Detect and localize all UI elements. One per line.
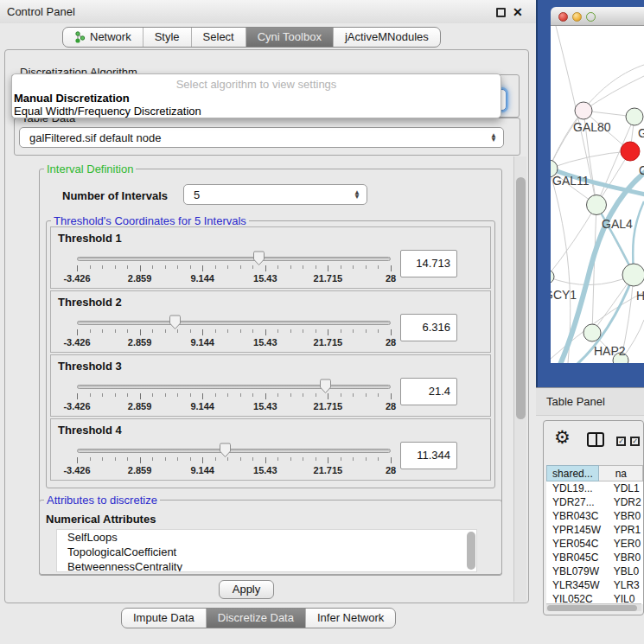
number-of-intervals-combobox[interactable]: 5 ▲▼ bbox=[183, 184, 367, 205]
table-panel-toolbar: ⚙ ✓ ✓ bbox=[544, 421, 643, 464]
node-top-right[interactable] bbox=[626, 108, 643, 125]
panel-vscrollbar[interactable] bbox=[513, 156, 526, 602]
panel-vscrollbar-thumb[interactable] bbox=[516, 177, 526, 419]
slider-thumb[interactable] bbox=[319, 379, 332, 394]
slider-track[interactable] bbox=[77, 257, 391, 261]
list-item-selfloops[interactable]: SelfLoops bbox=[57, 530, 476, 545]
tick-label: 21.715 bbox=[314, 465, 343, 475]
tab-jactivemnodules[interactable]: jActiveMNodules bbox=[333, 28, 440, 47]
float-window-icon[interactable] bbox=[496, 8, 506, 17]
threshold-1-slider[interactable]: -3.426 2.859 9.144 15.43 21.715 28 bbox=[77, 251, 391, 285]
slider-track[interactable] bbox=[77, 321, 391, 325]
dropdown-option-manual[interactable]: Manual Discretization bbox=[14, 92, 130, 105]
network-canvas[interactable]: GAL80 G C GAL11 GAL4 GCY1 H HAP2 bbox=[551, 26, 644, 363]
table-row[interactable]: YER054CYER0 bbox=[546, 537, 643, 551]
tick-label: 21.715 bbox=[314, 273, 343, 284]
threshold-3-slider[interactable]: -3.426 2.859 9.144 15.43 21.715 28 bbox=[77, 379, 391, 413]
tab-infer-network[interactable]: Infer Network bbox=[305, 609, 395, 628]
tab-cyni-toolbox[interactable]: Cyni Toolbox bbox=[245, 28, 333, 47]
close-icon[interactable]: ✕ bbox=[513, 3, 523, 21]
table-row[interactable]: YBR045CYBR0 bbox=[546, 551, 643, 564]
table-row[interactable]: YDL19...YDL1 bbox=[546, 481, 643, 495]
zoom-traffic-light-icon[interactable] bbox=[586, 12, 596, 22]
node-label-hap2: HAP2 bbox=[594, 344, 626, 358]
attributes-group-title: Attributes to discretize bbox=[44, 494, 160, 507]
node-gal4[interactable] bbox=[587, 195, 607, 215]
table-data-combobox[interactable]: galFiltered.sif default node ▲▼ bbox=[19, 127, 504, 148]
node-hap2[interactable] bbox=[583, 324, 601, 341]
node-gal80[interactable] bbox=[575, 102, 592, 119]
list-item-betweennesscentrality[interactable]: BetweennessCentrality bbox=[57, 559, 476, 572]
table-hscrollbar-thumb[interactable] bbox=[547, 605, 637, 611]
threshold-3-label: Threshold 3 bbox=[58, 360, 122, 373]
column-header-shared-name[interactable]: shared... bbox=[546, 465, 599, 481]
slider-thumb[interactable] bbox=[252, 251, 265, 266]
table-row[interactable]: YBR043CYBR0 bbox=[546, 509, 643, 523]
threshold-4-value-field[interactable]: 11.344 bbox=[400, 442, 457, 469]
tab-select[interactable]: Select bbox=[191, 28, 245, 47]
threshold-coords-title: Threshold's Coordinates for 5 Intervals bbox=[51, 214, 249, 227]
tab-style[interactable]: Style bbox=[143, 28, 191, 47]
checkbox-icon[interactable]: ✓ bbox=[616, 437, 626, 446]
dropdown-option-equal-width[interactable]: Equal Width/Frequency Discretization bbox=[14, 105, 201, 118]
combo-arrows-icon: ▲▼ bbox=[488, 130, 499, 145]
node-label-gal4: GAL4 bbox=[602, 217, 633, 231]
tick-label: 28 bbox=[386, 337, 396, 348]
threshold-1-value-field[interactable]: 14.713 bbox=[400, 250, 457, 277]
table-row[interactable]: YPR145WYPR1 bbox=[546, 523, 643, 537]
node-label-partial-c: C bbox=[639, 163, 644, 177]
network-view-window: GAL80 G C GAL11 GAL4 GCY1 H HAP2 bbox=[551, 7, 644, 372]
tick-label: 2.859 bbox=[128, 337, 152, 348]
threshold-2-value-field[interactable]: 6.316 bbox=[400, 314, 457, 341]
apply-button[interactable]: Apply bbox=[219, 580, 274, 599]
table-hscrollbar[interactable] bbox=[546, 603, 641, 611]
split-columns-icon[interactable] bbox=[587, 432, 604, 447]
node-h[interactable] bbox=[622, 264, 644, 286]
threshold-4-slider[interactable]: -3.426 2.859 9.144 15.43 21.715 28 bbox=[77, 443, 391, 477]
tick-label: 15.43 bbox=[253, 401, 277, 411]
interval-definition-title: Interval Definition bbox=[44, 163, 136, 175]
network-icon bbox=[74, 31, 86, 43]
list-item-topologicalcoefficient[interactable]: TopologicalCoefficient bbox=[57, 545, 476, 559]
node-gcy1[interactable] bbox=[551, 270, 554, 284]
node-label-partial-g: G bbox=[638, 126, 644, 140]
node-label-gcy1: GCY1 bbox=[551, 288, 577, 302]
number-of-intervals-label: Number of Intervals bbox=[62, 189, 168, 202]
table-header-row: shared... na bbox=[546, 465, 643, 481]
tab-discretize-data[interactable]: Discretize Data bbox=[206, 609, 305, 628]
table-row[interactable]: YLR345WYLR3 bbox=[546, 578, 643, 592]
checkbox-icon[interactable]: ✓ bbox=[630, 437, 640, 446]
node-label-gal11: GAL11 bbox=[552, 174, 590, 188]
tab-network[interactable]: Network bbox=[63, 28, 143, 47]
column-header-name[interactable]: na bbox=[599, 465, 643, 481]
slider-major-ticks bbox=[77, 329, 392, 335]
threshold-2-slider[interactable]: -3.426 2.859 9.144 15.43 21.715 28 bbox=[77, 315, 391, 349]
table-row[interactable]: YDR27...YDR2 bbox=[546, 495, 643, 509]
close-traffic-light-icon[interactable] bbox=[558, 12, 568, 22]
slider-track[interactable] bbox=[77, 385, 391, 389]
slider-track[interactable] bbox=[77, 449, 391, 453]
gear-icon[interactable]: ⚙ bbox=[554, 427, 571, 448]
tick-label: 2.859 bbox=[128, 273, 152, 284]
tick-label: 9.144 bbox=[190, 337, 214, 348]
node-selected-red[interactable] bbox=[621, 142, 640, 161]
minimize-traffic-light-icon[interactable] bbox=[572, 12, 582, 22]
tick-label: -3.426 bbox=[63, 273, 90, 284]
tick-label: 9.144 bbox=[190, 465, 214, 475]
slider-thumb[interactable] bbox=[169, 315, 182, 330]
tick-label: 2.859 bbox=[128, 401, 152, 411]
table-body: YDL19...YDL1 YDR27...YDR2 YBR043CYBR0 YP… bbox=[546, 481, 643, 604]
tab-impute-data[interactable]: Impute Data bbox=[122, 609, 206, 628]
tick-label: 15.43 bbox=[253, 337, 277, 348]
network-graph: GAL80 G C GAL11 GAL4 GCY1 H HAP2 bbox=[551, 26, 644, 363]
table-row[interactable]: YIL052CYIL0 bbox=[546, 592, 643, 604]
slider-thumb[interactable] bbox=[219, 443, 232, 458]
threshold-2-label: Threshold 2 bbox=[58, 296, 122, 309]
table-row[interactable]: YBL079WYBL0 bbox=[546, 564, 643, 578]
network-window-titlebar[interactable] bbox=[551, 7, 644, 26]
table-panel-title: Table Panel bbox=[546, 388, 605, 416]
threshold-1-panel: Threshold 1 -3.426 2.859 9.144 15.43 21.… bbox=[50, 226, 491, 289]
attributes-list-scrollbar[interactable] bbox=[467, 532, 475, 570]
threshold-3-value-field[interactable]: 21.4 bbox=[400, 378, 457, 405]
tick-label: -3.426 bbox=[63, 401, 90, 411]
